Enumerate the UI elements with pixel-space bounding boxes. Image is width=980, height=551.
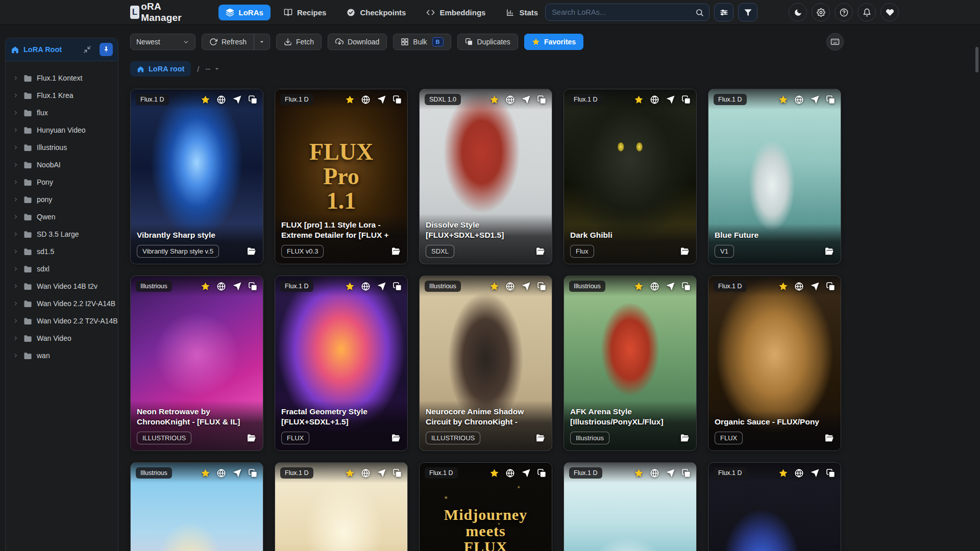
fetch-button[interactable]: Fetch	[276, 34, 322, 50]
sidebar-item-noobai[interactable]: NoobAI	[6, 156, 118, 173]
folder-open-icon[interactable]	[246, 433, 257, 443]
refresh-button[interactable]: Refresh	[202, 34, 254, 50]
send-icon[interactable]	[521, 95, 531, 105]
copy-icon[interactable]	[537, 282, 547, 291]
refresh-menu-button[interactable]	[254, 34, 270, 50]
version-badge[interactable]: SDXL	[426, 245, 454, 258]
send-icon[interactable]	[521, 282, 531, 291]
tab-recipes[interactable]: Recipes	[277, 5, 334, 20]
favorite-star-icon[interactable]	[778, 282, 788, 291]
copy-icon[interactable]	[681, 282, 691, 291]
lora-card[interactable]: Flux.1 DOrganic Sauce - FLUX/PonyFLUX	[708, 276, 841, 451]
send-icon[interactable]	[810, 95, 820, 105]
version-badge[interactable]: ILLUSTRIOUS	[137, 432, 191, 444]
duplicates-button[interactable]: Duplicates	[457, 34, 518, 50]
tab-embeddings[interactable]: Embeddings	[419, 5, 493, 20]
folder-open-icon[interactable]	[535, 246, 546, 257]
sidebar-item-wan-video-14b-t2v[interactable]: Wan Video 14B t2v	[6, 278, 118, 295]
version-badge[interactable]: Vibrantly Sharp style v.5	[137, 245, 219, 258]
globe-icon[interactable]	[361, 95, 371, 105]
copy-icon[interactable]	[248, 468, 258, 478]
send-icon[interactable]	[810, 282, 820, 291]
favorite-star-icon[interactable]	[345, 468, 355, 478]
lora-card[interactable]: Flux.1 DBlue FutureV1	[708, 89, 841, 264]
notifications-button[interactable]	[857, 3, 876, 21]
filter-button[interactable]	[738, 3, 757, 21]
favorite-star-icon[interactable]	[634, 282, 644, 291]
folder-open-icon[interactable]	[679, 433, 690, 443]
app-logo[interactable]: L oRA Manager	[130, 1, 186, 23]
folder-open-icon[interactable]	[246, 246, 257, 257]
copy-icon[interactable]	[826, 282, 836, 291]
copy-icon[interactable]	[826, 95, 836, 105]
send-icon[interactable]	[810, 468, 820, 478]
copy-icon[interactable]	[826, 468, 836, 478]
globe-icon[interactable]	[650, 468, 659, 478]
sidebar-item-sd-3-5-large[interactable]: SD 3.5 Large	[6, 226, 118, 243]
sidebar-item-sd1-5[interactable]: sd1.5	[6, 243, 118, 260]
sidebar-item-wan[interactable]: wan	[6, 347, 118, 364]
version-badge[interactable]: FLUX v0.3	[281, 245, 324, 258]
copy-icon[interactable]	[393, 95, 402, 105]
lora-card[interactable]: MidjourneymeetsFLUXFlux.1 D	[419, 462, 552, 551]
globe-icon[interactable]	[216, 95, 226, 105]
lora-card[interactable]: IllustriousNeurocore Anime Shadow Circui…	[419, 276, 552, 451]
copy-icon[interactable]	[681, 468, 691, 478]
lora-card[interactable]: Flux.1 D	[275, 462, 408, 551]
version-badge[interactable]: Illustrious	[570, 432, 609, 444]
favorite-star-icon[interactable]	[634, 468, 644, 478]
sidebar-item-flux[interactable]: flux	[6, 104, 118, 121]
lora-card[interactable]: SDXL 1.0Dissolve Style [FLUX+SDXL+SD1.5]…	[419, 89, 552, 264]
globe-icon[interactable]	[361, 282, 371, 291]
lora-card[interactable]: Flux.1 D	[564, 462, 697, 551]
lora-card[interactable]: Illustrious	[130, 462, 263, 551]
copy-icon[interactable]	[248, 282, 258, 291]
sidebar-item-wan-video[interactable]: Wan Video	[6, 330, 118, 347]
collapse-icon[interactable]	[83, 45, 91, 54]
search-options-button[interactable]	[714, 3, 733, 21]
lora-card[interactable]: Flux.1 D	[708, 462, 841, 551]
version-badge[interactable]: FLUX	[281, 432, 309, 444]
globe-icon[interactable]	[505, 468, 515, 478]
help-button[interactable]	[835, 3, 853, 21]
bulk-button[interactable]: Bulk B	[393, 34, 451, 50]
folder-open-icon[interactable]	[390, 433, 401, 443]
favorite-star-icon[interactable]	[489, 468, 499, 478]
favorites-heart-button[interactable]	[880, 3, 899, 21]
version-badge[interactable]: V1	[715, 245, 734, 258]
tab-stats[interactable]: Stats	[499, 5, 545, 20]
folder-open-icon[interactable]	[679, 246, 690, 257]
sidebar-item-pony[interactable]: Pony	[6, 173, 118, 191]
breadcrumb-current[interactable]: --	[206, 65, 220, 73]
lora-card[interactable]: Flux.1 DVibrantly Sharp styleVibrantly S…	[130, 89, 263, 264]
globe-icon[interactable]	[505, 95, 515, 105]
lora-card[interactable]: Flux.1 DDark GhibliFlux	[564, 89, 697, 264]
favorite-star-icon[interactable]	[345, 282, 355, 291]
globe-icon[interactable]	[794, 95, 804, 105]
favorite-star-icon[interactable]	[778, 468, 788, 478]
tab-checkpoints[interactable]: Checkpoints	[339, 5, 413, 20]
theme-toggle-button[interactable]	[789, 3, 807, 21]
sidebar-item-wan-video-2-2-t2v-a14b[interactable]: Wan Video 2.2 T2V-A14B	[6, 312, 118, 330]
send-icon[interactable]	[666, 95, 675, 105]
copy-icon[interactable]	[393, 282, 402, 291]
copy-icon[interactable]	[681, 95, 691, 105]
version-badge[interactable]: Flux	[570, 245, 594, 258]
copy-icon[interactable]	[537, 95, 547, 105]
sidebar-item-qwen[interactable]: Qwen	[6, 208, 118, 226]
globe-icon[interactable]	[794, 282, 804, 291]
favorites-filter-button[interactable]: Favorites	[524, 34, 583, 50]
sidebar-item-wan-video-2-2-i2v-a14b[interactable]: Wan Video 2.2 I2V-A14B	[6, 295, 118, 312]
send-icon[interactable]	[232, 468, 242, 478]
sidebar-item-sdxl[interactable]: sdxl	[6, 260, 118, 278]
tab-loras[interactable]: LoRAs	[218, 5, 271, 20]
globe-icon[interactable]	[650, 95, 659, 105]
favorite-star-icon[interactable]	[201, 468, 210, 478]
settings-button[interactable]	[812, 3, 830, 21]
globe-icon[interactable]	[794, 468, 804, 478]
pin-button[interactable]	[100, 43, 113, 56]
lora-card[interactable]: Flux.1 DFractal Geometry Style [FLUX+SDX…	[275, 276, 408, 451]
send-icon[interactable]	[521, 468, 531, 478]
send-icon[interactable]	[377, 282, 386, 291]
favorite-star-icon[interactable]	[345, 95, 355, 105]
